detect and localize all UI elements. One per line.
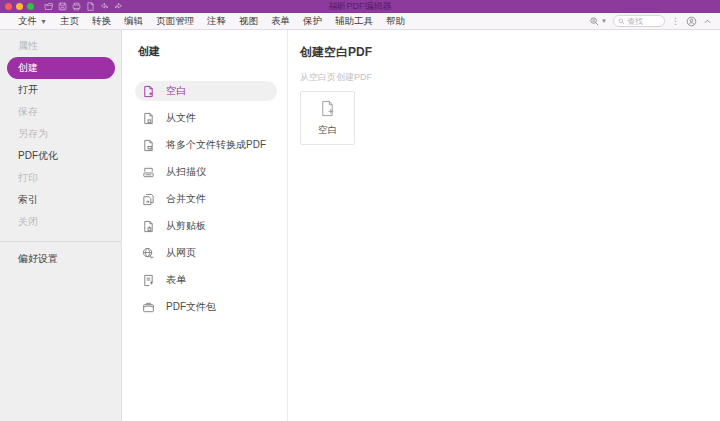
blank-pdf-card[interactable]: 空白 bbox=[300, 91, 355, 145]
search-icon bbox=[618, 18, 625, 25]
detail-title: 创建空白PDF bbox=[300, 44, 720, 61]
menu-protect[interactable]: 保护 bbox=[303, 15, 322, 28]
sidebar-item-index[interactable]: 索引 bbox=[0, 189, 121, 211]
scanner-icon bbox=[142, 166, 155, 179]
menu-comment[interactable]: 注释 bbox=[207, 15, 226, 28]
blank-document-icon bbox=[142, 85, 155, 98]
redo-icon[interactable] bbox=[114, 2, 123, 11]
menu-convert[interactable]: 转换 bbox=[92, 15, 111, 28]
detail-subtitle: 从空白页创建PDF bbox=[300, 71, 720, 84]
more-icon[interactable]: ⋮ bbox=[671, 16, 680, 26]
app-window: 福昕PDF编辑器 文件▼ 主页 转换 编辑 页面管理 注释 视图 表单 保护 辅… bbox=[0, 0, 720, 421]
menu-view[interactable]: 视图 bbox=[239, 15, 258, 28]
menu-page-management[interactable]: 页面管理 bbox=[156, 15, 194, 28]
minimize-window-button[interactable] bbox=[16, 3, 23, 10]
menu-help[interactable]: 帮助 bbox=[386, 15, 405, 28]
menu-accessibility[interactable]: 辅助工具 bbox=[335, 15, 373, 28]
traffic-lights bbox=[5, 3, 34, 10]
sidebar-item-pdf-optimize[interactable]: PDF优化 bbox=[0, 145, 121, 167]
create-item-form[interactable]: 表单 bbox=[135, 270, 277, 290]
portfolio-icon bbox=[142, 301, 155, 314]
advanced-search-button[interactable]: ▼ bbox=[589, 16, 607, 27]
chevron-down-icon: ▼ bbox=[601, 18, 607, 24]
collapse-toolbar-button[interactable] bbox=[703, 17, 712, 26]
menu-bar: 文件▼ 主页 转换 编辑 页面管理 注释 视图 表单 保护 辅助工具 帮助 ▼ … bbox=[0, 13, 720, 30]
form-icon bbox=[142, 274, 155, 287]
account-button[interactable] bbox=[686, 16, 697, 27]
create-item-from-webpage[interactable]: 从网页 bbox=[135, 243, 277, 263]
blank-document-icon bbox=[319, 100, 336, 117]
sidebar-item-print: 打印 bbox=[0, 167, 121, 189]
create-panel: 创建 空白 从文件 将多个文件转换成PDF 从扫描仪 bbox=[122, 30, 288, 421]
sidebar-item-preferences[interactable]: 偏好设置 bbox=[0, 248, 121, 270]
account-icon bbox=[686, 16, 697, 27]
find-searchbox[interactable] bbox=[613, 15, 665, 27]
menu-form[interactable]: 表单 bbox=[271, 15, 290, 28]
create-item-combine-files[interactable]: 合并文件 bbox=[135, 189, 277, 209]
create-item-multiple-files[interactable]: 将多个文件转换成PDF bbox=[135, 135, 277, 155]
search-input[interactable] bbox=[627, 17, 660, 26]
multiple-files-icon bbox=[142, 139, 155, 152]
merge-files-icon bbox=[142, 193, 155, 206]
sidebar-item-save-as: 另存为 bbox=[0, 123, 121, 145]
file-sidebar: 属性 创建 打开 保存 另存为 PDF优化 打印 索引 关闭 偏好设置 bbox=[0, 30, 122, 421]
menu-file[interactable]: 文件▼ bbox=[18, 15, 47, 28]
menu-edit[interactable]: 编辑 bbox=[124, 15, 143, 28]
detail-panel: 创建空白PDF 从空白页创建PDF 空白 bbox=[288, 30, 720, 421]
create-panel-title: 创建 bbox=[138, 44, 287, 59]
sidebar-item-properties: 属性 bbox=[0, 35, 121, 57]
clipboard-icon bbox=[142, 220, 155, 233]
open-folder-icon[interactable] bbox=[44, 2, 53, 11]
print-icon[interactable] bbox=[72, 2, 81, 11]
undo-icon[interactable] bbox=[100, 2, 109, 11]
sidebar-item-save: 保存 bbox=[0, 101, 121, 123]
zoom-window-button[interactable] bbox=[27, 3, 34, 10]
sidebar-item-open[interactable]: 打开 bbox=[0, 79, 121, 101]
close-window-button[interactable] bbox=[5, 3, 12, 10]
create-item-from-scanner[interactable]: 从扫描仪 bbox=[135, 162, 277, 182]
new-document-icon[interactable] bbox=[86, 2, 95, 11]
create-item-pdf-portfolio[interactable]: PDF文件包 bbox=[135, 297, 277, 317]
create-item-from-clipboard[interactable]: 从剪贴板 bbox=[135, 216, 277, 236]
from-file-icon bbox=[142, 112, 155, 125]
menu-home[interactable]: 主页 bbox=[60, 15, 79, 28]
chevron-down-icon: ▼ bbox=[40, 18, 47, 25]
chevron-up-icon bbox=[703, 17, 712, 26]
create-item-from-file[interactable]: 从文件 bbox=[135, 108, 277, 128]
title-bar: 福昕PDF编辑器 bbox=[0, 0, 720, 13]
save-icon[interactable] bbox=[58, 2, 67, 11]
sidebar-divider bbox=[0, 241, 121, 242]
create-item-blank[interactable]: 空白 bbox=[135, 81, 277, 101]
sidebar-item-create[interactable]: 创建 bbox=[7, 57, 115, 79]
sidebar-item-close: 关闭 bbox=[0, 211, 121, 233]
advanced-search-icon bbox=[589, 16, 600, 27]
webpage-icon bbox=[142, 247, 155, 260]
blank-card-label: 空白 bbox=[318, 124, 337, 137]
